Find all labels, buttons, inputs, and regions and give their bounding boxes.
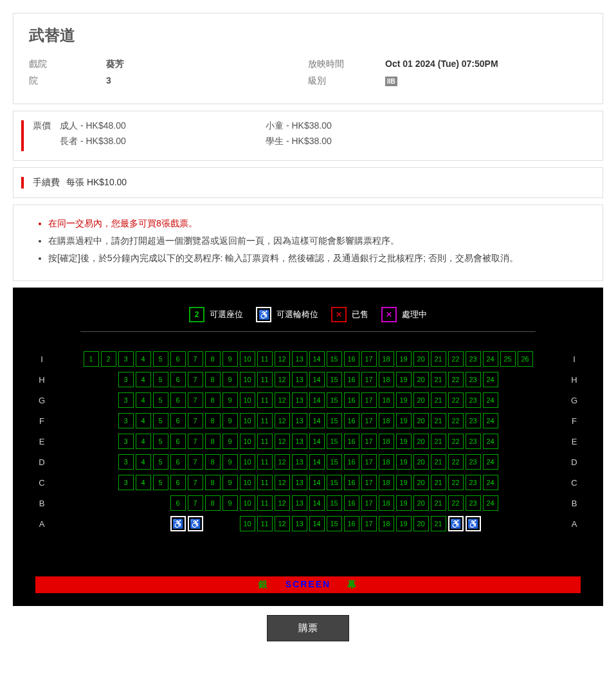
seat-E-5[interactable]: 5 — [153, 434, 168, 449]
seat-E-19[interactable]: 19 — [396, 434, 412, 449]
seat-H-7[interactable]: 7 — [188, 372, 203, 387]
seat-E-9[interactable]: 9 — [222, 434, 238, 449]
seat-B-19[interactable]: 19 — [396, 495, 412, 511]
seat-D-4[interactable]: 4 — [136, 454, 151, 470]
seat-G-16[interactable]: 16 — [344, 392, 359, 408]
seat-G-23[interactable]: 23 — [466, 392, 481, 408]
seat-F-23[interactable]: 23 — [466, 413, 481, 428]
seat-G-8[interactable]: 8 — [205, 392, 221, 408]
seat-I-14[interactable]: 14 — [309, 351, 325, 367]
wheelchair-seat[interactable]: ♿ — [188, 516, 203, 531]
seat-G-10[interactable]: 10 — [240, 392, 255, 408]
seat-B-22[interactable]: 22 — [448, 495, 464, 511]
seat-F-8[interactable]: 8 — [205, 413, 221, 428]
seat-C-14[interactable]: 14 — [309, 475, 325, 490]
seat-C-23[interactable]: 23 — [466, 475, 481, 490]
seat-I-26[interactable]: 26 — [518, 351, 533, 367]
seat-F-6[interactable]: 6 — [170, 413, 186, 428]
seat-I-12[interactable]: 12 — [275, 351, 290, 367]
seat-I-24[interactable]: 24 — [483, 351, 498, 367]
seat-B-8[interactable]: 8 — [205, 495, 221, 511]
seat-C-13[interactable]: 13 — [292, 475, 307, 490]
seat-E-12[interactable]: 12 — [275, 434, 290, 449]
seat-D-18[interactable]: 18 — [379, 454, 394, 470]
seat-G-18[interactable]: 18 — [379, 392, 394, 408]
seat-D-10[interactable]: 10 — [240, 454, 255, 470]
seat-F-15[interactable]: 15 — [327, 413, 342, 428]
seat-D-17[interactable]: 17 — [361, 454, 377, 470]
seat-D-5[interactable]: 5 — [153, 454, 168, 470]
seat-C-24[interactable]: 24 — [483, 475, 498, 490]
seat-F-13[interactable]: 13 — [292, 413, 307, 428]
seat-F-9[interactable]: 9 — [222, 413, 238, 428]
seat-B-10[interactable]: 10 — [240, 495, 255, 511]
seat-H-24[interactable]: 24 — [483, 372, 498, 387]
seat-G-13[interactable]: 13 — [292, 392, 307, 408]
seat-D-24[interactable]: 24 — [483, 454, 498, 470]
seat-I-22[interactable]: 22 — [448, 351, 464, 367]
seat-B-12[interactable]: 12 — [275, 495, 290, 511]
seat-A-16[interactable]: 16 — [344, 516, 359, 531]
seat-D-22[interactable]: 22 — [448, 454, 464, 470]
seat-D-6[interactable]: 6 — [170, 454, 186, 470]
seat-B-7[interactable]: 7 — [188, 495, 203, 511]
seat-E-7[interactable]: 7 — [188, 434, 203, 449]
seat-F-17[interactable]: 17 — [361, 413, 377, 428]
seat-I-17[interactable]: 17 — [361, 351, 377, 367]
seat-B-11[interactable]: 11 — [257, 495, 273, 511]
seat-B-9[interactable]: 9 — [222, 495, 238, 511]
seat-H-10[interactable]: 10 — [240, 372, 255, 387]
seat-G-21[interactable]: 21 — [431, 392, 446, 408]
seat-I-9[interactable]: 9 — [222, 351, 238, 367]
seat-G-4[interactable]: 4 — [136, 392, 151, 408]
seat-G-17[interactable]: 17 — [361, 392, 377, 408]
seat-F-10[interactable]: 10 — [240, 413, 255, 428]
seat-C-5[interactable]: 5 — [153, 475, 168, 490]
seat-H-18[interactable]: 18 — [379, 372, 394, 387]
seat-I-11[interactable]: 11 — [257, 351, 273, 367]
seat-E-15[interactable]: 15 — [327, 434, 342, 449]
seat-C-12[interactable]: 12 — [275, 475, 290, 490]
seat-D-8[interactable]: 8 — [205, 454, 221, 470]
seat-A-10[interactable]: 10 — [240, 516, 255, 531]
seat-G-14[interactable]: 14 — [309, 392, 325, 408]
seat-C-20[interactable]: 20 — [413, 475, 429, 490]
seat-F-7[interactable]: 7 — [188, 413, 203, 428]
seat-I-5[interactable]: 5 — [153, 351, 168, 367]
seat-F-4[interactable]: 4 — [136, 413, 151, 428]
seat-B-21[interactable]: 21 — [431, 495, 446, 511]
seat-D-7[interactable]: 7 — [188, 454, 203, 470]
seat-G-22[interactable]: 22 — [448, 392, 464, 408]
seat-F-18[interactable]: 18 — [379, 413, 394, 428]
seat-I-20[interactable]: 20 — [413, 351, 429, 367]
seat-D-9[interactable]: 9 — [222, 454, 238, 470]
seat-A-19[interactable]: 19 — [396, 516, 412, 531]
seat-A-15[interactable]: 15 — [327, 516, 342, 531]
seat-I-16[interactable]: 16 — [344, 351, 359, 367]
seat-A-18[interactable]: 18 — [379, 516, 394, 531]
seat-A-12[interactable]: 12 — [275, 516, 290, 531]
seat-E-10[interactable]: 10 — [240, 434, 255, 449]
seat-H-5[interactable]: 5 — [153, 372, 168, 387]
seat-C-18[interactable]: 18 — [379, 475, 394, 490]
seat-E-16[interactable]: 16 — [344, 434, 359, 449]
seat-H-8[interactable]: 8 — [205, 372, 221, 387]
seat-F-5[interactable]: 5 — [153, 413, 168, 428]
seat-G-24[interactable]: 24 — [483, 392, 498, 408]
seat-F-12[interactable]: 12 — [275, 413, 290, 428]
seat-B-23[interactable]: 23 — [466, 495, 481, 511]
seat-C-4[interactable]: 4 — [136, 475, 151, 490]
seat-C-15[interactable]: 15 — [327, 475, 342, 490]
seat-G-5[interactable]: 5 — [153, 392, 168, 408]
seat-B-14[interactable]: 14 — [309, 495, 325, 511]
seat-F-11[interactable]: 11 — [257, 413, 273, 428]
seat-H-14[interactable]: 14 — [309, 372, 325, 387]
seat-A-13[interactable]: 13 — [292, 516, 307, 531]
seat-B-15[interactable]: 15 — [327, 495, 342, 511]
seat-E-6[interactable]: 6 — [170, 434, 186, 449]
seat-G-11[interactable]: 11 — [257, 392, 273, 408]
seat-H-12[interactable]: 12 — [275, 372, 290, 387]
seat-I-4[interactable]: 4 — [136, 351, 151, 367]
seat-I-23[interactable]: 23 — [466, 351, 481, 367]
seat-A-14[interactable]: 14 — [309, 516, 325, 531]
